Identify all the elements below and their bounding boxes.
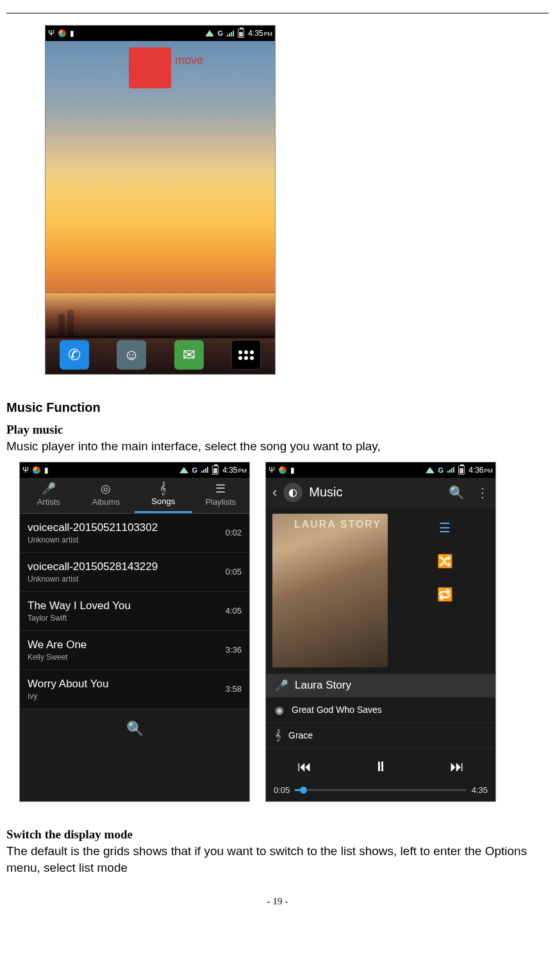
prev-icon[interactable]: ⏮	[297, 758, 311, 775]
music-nowplaying-screenshot: Ψ ▮ G 4:36PM ‹ ◐ Music 🔍 ⋮	[265, 462, 496, 802]
back-icon[interactable]: ‹	[272, 484, 277, 501]
song-title: voicecall-20150521103302	[28, 521, 158, 534]
song-list[interactable]: voicecall-20150521103302Unknown artist 0…	[20, 514, 249, 709]
home-screenshot: Ψ ▮ G 4:35PM move ✆ ☺ ✉	[45, 25, 276, 375]
overflow-icon[interactable]: ⋮	[476, 485, 489, 500]
search-icon[interactable]: 🔍	[449, 485, 465, 500]
sync-icon	[33, 466, 40, 474]
sync-icon	[58, 29, 66, 37]
tab-playlists[interactable]: ☰Playlists	[192, 478, 250, 513]
song-title: The Way I Loved You	[28, 600, 131, 612]
battery-icon	[238, 29, 244, 38]
play-music-body: Music player into the main interface, se…	[6, 438, 549, 455]
progress-bar[interactable]: 0:05 4:35	[266, 785, 495, 801]
status-bar: Ψ ▮ G 4:35PM	[46, 26, 275, 41]
wifi-icon	[426, 467, 435, 473]
song-row[interactable]: Worry About YouIvy 3:58	[20, 670, 249, 709]
wifi-icon	[205, 30, 214, 37]
list-item-label: Grace	[288, 730, 313, 740]
clock: 4:36PM	[468, 466, 493, 475]
pause-icon[interactable]: ⏸	[374, 758, 388, 775]
search-icon[interactable]: 🔍	[126, 721, 144, 737]
battery-icon	[458, 466, 465, 475]
now-playing-header: ‹ ◐ Music 🔍 ⋮	[266, 478, 495, 507]
song-title: We Are One	[28, 639, 87, 651]
song-duration: 0:02	[226, 528, 242, 537]
wallpaper: move ✆ ☺ ✉	[46, 41, 275, 374]
network-type: G	[192, 466, 198, 474]
signal-icon	[227, 31, 234, 37]
list-item-label: Great God Who Saves	[292, 705, 382, 715]
network-type: G	[438, 466, 444, 474]
elapsed-time: 0:05	[274, 785, 290, 795]
heading-music-function: Music Function	[6, 400, 549, 415]
battery-icon	[212, 466, 219, 475]
usb-icon: Ψ	[269, 466, 275, 475]
song-row[interactable]: The Way I Loved YouTaylor Swift 4:05	[20, 592, 249, 631]
heading-play-music: Play music	[6, 423, 549, 437]
card-icon: ▮	[290, 466, 295, 475]
sync-icon	[279, 466, 286, 474]
transport-controls: ⏮ ⏸ ⏭	[266, 748, 495, 785]
clef-icon: 𝄞	[275, 730, 281, 741]
microphone-icon: 🎤	[20, 482, 78, 496]
shuffle-icon[interactable]: 🔀	[437, 553, 453, 569]
song-title: Worry About You	[28, 678, 108, 690]
seek-thumb[interactable]	[300, 787, 307, 794]
disc-icon: ◎	[78, 482, 135, 496]
song-row[interactable]: We Are OneKelly Sweet 3:36	[20, 631, 249, 670]
bottom-bar: 🔍	[20, 709, 249, 749]
clef-icon: 𝄞	[135, 482, 192, 495]
usb-icon: Ψ	[48, 29, 54, 38]
song-duration: 3:58	[226, 684, 242, 694]
song-artist: Unknown artist	[28, 535, 158, 544]
disc-icon: ◉	[275, 704, 284, 716]
tab-albums[interactable]: ◎Albums	[78, 478, 135, 513]
clock: 4:35PM	[248, 29, 272, 38]
total-time: 4:35	[472, 785, 488, 795]
switch-mode-body: The default is the grids shows that if y…	[6, 843, 549, 877]
song-title: voicecall-20150528143229	[28, 560, 158, 573]
song-duration: 3:36	[226, 645, 242, 655]
status-bar: Ψ ▮ G 4:36PM	[266, 462, 495, 478]
page-number: - 19 -	[6, 896, 549, 907]
artist-row[interactable]: 🎤 Laura Story	[266, 674, 495, 698]
artist-name: Laura Story	[295, 679, 351, 692]
seek-track[interactable]	[295, 789, 466, 791]
header-title: Music	[309, 485, 342, 500]
album-art-text: LAURA STORY	[294, 519, 381, 530]
queue-icon[interactable]: ☰	[439, 520, 451, 535]
drag-label: move	[175, 54, 203, 67]
clock: 4:35PM	[222, 466, 247, 475]
dragged-app-tile[interactable]	[129, 47, 171, 88]
song-row[interactable]: voicecall-20150528143229Unknown artist 0…	[20, 553, 249, 592]
app-icon: ◐	[283, 483, 302, 502]
song-duration: 0:05	[226, 567, 242, 576]
signal-icon	[447, 467, 454, 473]
dock-apps-icon[interactable]	[231, 340, 261, 370]
side-controls: ☰ 🔀 🔁	[394, 507, 495, 674]
status-bar: Ψ ▮ G 4:35PM	[20, 462, 249, 478]
tab-songs[interactable]: 𝄞Songs	[135, 478, 192, 513]
tab-artists[interactable]: 🎤Artists	[20, 478, 78, 513]
song-artist: Taylor Swift	[28, 614, 131, 623]
microphone-icon: 🎤	[275, 679, 288, 692]
dock-contacts-icon[interactable]: ☺	[117, 340, 146, 370]
dock-phone-icon[interactable]: ✆	[60, 340, 89, 370]
album-area: LAURA STORY ☰ 🔀 🔁	[266, 507, 495, 674]
card-icon: ▮	[44, 466, 49, 475]
repeat-icon[interactable]: 🔁	[437, 587, 453, 602]
song-artist: Ivy	[28, 692, 108, 701]
list-item[interactable]: 𝄞 Grace	[266, 723, 495, 748]
music-tabs: 🎤Artists ◎Albums 𝄞Songs ☰Playlists	[20, 478, 249, 514]
album-art[interactable]: LAURA STORY	[272, 514, 388, 667]
wallpaper-water	[46, 293, 275, 338]
next-icon[interactable]: ⏭	[450, 758, 464, 775]
dock-messaging-icon[interactable]: ✉	[174, 340, 204, 370]
list-item[interactable]: ◉ Great God Who Saves	[266, 698, 495, 723]
page-top-rule	[6, 13, 549, 13]
song-row[interactable]: voicecall-20150521103302Unknown artist 0…	[20, 514, 249, 553]
song-duration: 4:05	[226, 606, 242, 616]
card-icon: ▮	[70, 29, 74, 38]
signal-icon	[201, 467, 208, 473]
